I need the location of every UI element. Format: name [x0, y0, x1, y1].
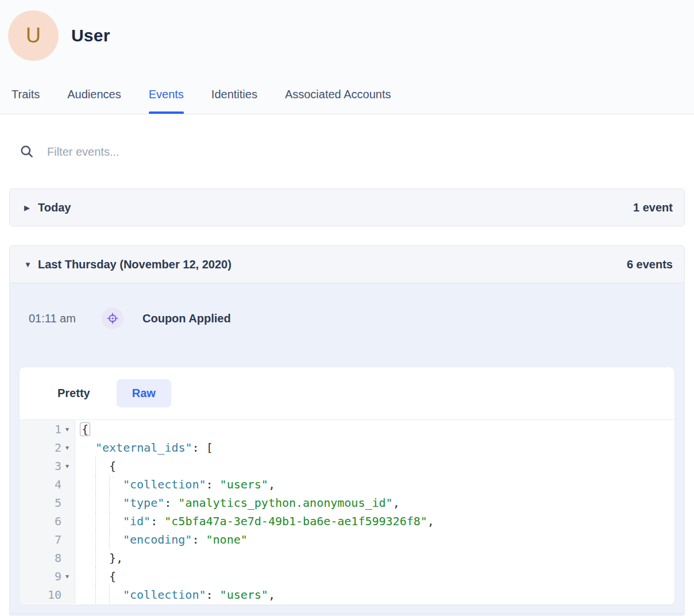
- line-number: 2: [55, 438, 61, 457]
- tab-bar: Traits Audiences Events Identities Assoc…: [0, 61, 694, 114]
- code-line-text: {: [75, 420, 90, 438]
- event-time: 01:11 am: [29, 312, 94, 325]
- filter-events-bar[interactable]: Filter events...: [0, 114, 694, 159]
- line-number: 10: [48, 586, 61, 604]
- line-number: 7: [55, 530, 61, 549]
- raw-toggle-button[interactable]: Raw: [117, 379, 171, 407]
- day-section-body: 01:11 am Coupon Applied Pretty Raw 1▾{2▾…: [10, 283, 684, 616]
- line-number-gutter: 8: [20, 549, 75, 567]
- code-line-text: {: [75, 567, 116, 586]
- line-number-gutter: 6: [20, 512, 75, 530]
- line-number-gutter: 5: [20, 494, 75, 512]
- code-line[interactable]: 4"collection": "users",: [20, 475, 674, 494]
- day-section-title: Today: [38, 201, 71, 214]
- avatar: U: [8, 10, 59, 61]
- profile-header: U User Traits Audiences Events Identitie…: [0, 0, 694, 114]
- code-line-text: "type": "analytics_python.anonymous_id",: [75, 494, 400, 512]
- caret-down-icon: ▼: [24, 261, 33, 268]
- avatar-letter: U: [26, 24, 41, 48]
- pretty-toggle-button[interactable]: Pretty: [42, 379, 106, 407]
- code-line[interactable]: 3▾{: [20, 457, 674, 475]
- day-section-today-header[interactable]: ▶ Today 1 event: [10, 189, 684, 226]
- line-number-gutter: 4: [20, 475, 75, 494]
- event-count-badge: 1 event: [633, 201, 673, 214]
- code-line[interactable]: 5"type": "analytics_python.anonymous_id"…: [20, 494, 674, 512]
- json-code-editor[interactable]: 1▾{2▾"external_ids": [3▾{4"collection": …: [20, 420, 674, 605]
- line-number-gutter: 10: [20, 586, 75, 604]
- fold-caret-icon[interactable]: ▾: [61, 438, 73, 457]
- day-section-last-thursday: ▼ Last Thursday (November 12, 2020) 6 ev…: [9, 245, 685, 616]
- code-line[interactable]: 9▾{: [20, 567, 674, 586]
- search-icon: [20, 144, 34, 159]
- day-section-title: Last Thursday (November 12, 2020): [38, 258, 232, 271]
- row-divider: [10, 613, 684, 616]
- line-number-gutter: 2▾: [20, 438, 75, 457]
- line-number: 3: [55, 457, 61, 475]
- target-icon: [102, 307, 124, 329]
- code-line[interactable]: 6"id": "c5bfa47a-3e7d-49b1-ba6e-ae1f5993…: [20, 512, 674, 530]
- fold-caret-icon[interactable]: ▾: [61, 567, 73, 586]
- identity-row: U User: [0, 0, 694, 61]
- code-line-text: },: [75, 549, 123, 567]
- tab-traits[interactable]: Traits: [11, 61, 40, 114]
- line-number: 8: [55, 549, 61, 567]
- line-number: 4: [55, 475, 61, 494]
- day-section-today: ▶ Today 1 event: [9, 188, 685, 226]
- event-payload-card: Pretty Raw 1▾{2▾"external_ids": [3▾{4"co…: [19, 367, 675, 605]
- fold-caret-icon[interactable]: ▾: [61, 420, 73, 438]
- event-row[interactable]: 01:11 am Coupon Applied: [10, 283, 684, 353]
- code-line[interactable]: 10"collection": "users",: [20, 586, 674, 604]
- event-name: Coupon Applied: [142, 312, 231, 325]
- code-line-text: "encoding": "none": [75, 530, 248, 549]
- code-line[interactable]: 1▾{: [20, 420, 674, 438]
- tab-events[interactable]: Events: [149, 61, 184, 114]
- filter-events-placeholder: Filter events...: [47, 145, 119, 159]
- line-number: 9: [55, 567, 61, 586]
- line-number-gutter: 3▾: [20, 457, 75, 475]
- code-line[interactable]: 7"encoding": "none": [20, 530, 674, 549]
- code-line[interactable]: 8},: [20, 549, 674, 567]
- line-number: 1: [55, 420, 61, 438]
- tab-audiences[interactable]: Audiences: [67, 61, 121, 114]
- line-number-gutter: 9▾: [20, 567, 75, 586]
- fold-caret-icon[interactable]: ▾: [61, 457, 73, 475]
- line-number: 6: [55, 512, 61, 530]
- line-number-gutter: 1▾: [20, 420, 75, 438]
- code-line-text: "collection": "users",: [75, 586, 275, 604]
- page-title: User: [71, 26, 110, 45]
- code-line-text: "external_ids": [: [75, 438, 213, 457]
- line-number: 5: [55, 494, 61, 512]
- tab-identities[interactable]: Identities: [211, 61, 257, 114]
- day-section-last-thursday-header[interactable]: ▼ Last Thursday (November 12, 2020) 6 ev…: [10, 246, 684, 283]
- payload-view-toggle: Pretty Raw: [20, 367, 674, 420]
- code-line-text: "collection": "users",: [75, 475, 275, 494]
- tab-associated-accounts[interactable]: Associated Accounts: [285, 61, 391, 114]
- code-line[interactable]: 2▾"external_ids": [: [20, 438, 674, 457]
- caret-right-icon: ▶: [24, 204, 33, 211]
- code-line-text: {: [75, 457, 116, 475]
- event-count-badge: 6 events: [627, 258, 673, 271]
- code-line-text: "id": "c5bfa47a-3e7d-49b1-ba6e-ae1f59932…: [75, 512, 434, 530]
- line-number-gutter: 7: [20, 530, 75, 549]
